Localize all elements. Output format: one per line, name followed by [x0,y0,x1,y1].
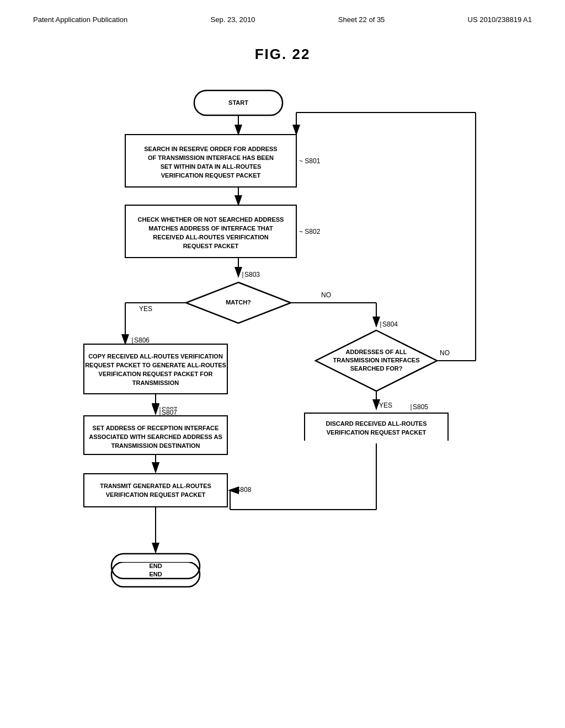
no-label-s804: NO [440,349,450,357]
s806-tick-label: ∣S806 [131,336,150,344]
s804-line2: TRANSMISSION INTERFACES [333,357,419,363]
s801-line1: SEARCH IN RESERVE ORDER FOR ADDRESS [144,146,277,152]
flowchart-container: START SEARCH IN RESERVE ORDER FOR ADDRES… [67,79,498,686]
s801-line2: OF TRANSMISSION INTERFACE HAS BEEN [148,154,274,161]
header-publication: Patent Application Publication [33,15,127,24]
s803-label: ∣S803 [241,271,260,279]
end-label: END [149,571,162,577]
yes-label-s803: YES [139,305,152,313]
no-label-s803: NO [321,291,331,299]
s805-label: ∣S805 [409,403,428,411]
s808-line2b: VERIFICATION REQUEST PACKET [106,491,206,498]
s804-line1: ADDRESSES OF ALL [346,349,407,355]
s803-text: MATCH? [226,299,251,306]
s801-line3: SET WITHIN DATA IN ALL-ROUTES [161,163,262,170]
s804-label: ∣S804 [379,320,398,328]
s808-label-b: ~ S808 [230,486,252,494]
s801-line4: VERIFICATION REQUEST PACKET [161,172,261,179]
svg-rect-32 [67,441,498,562]
s807-line2b: ASSOCIATED WITH SEARCHED ADDRESS AS [89,433,222,440]
start-label: START [228,99,248,106]
yes-label-s804: YES [379,402,392,409]
s806-line4: TRANSMISSION [132,379,179,386]
diagram-area: FIG. 22 START SEARCH IN RESERVE ORDER FO… [0,24,565,686]
svg-rect-19 [84,344,227,394]
header-patent-number: US 2010/238819 A1 [468,15,532,24]
header: Patent Application Publication Sep. 23, … [0,0,565,24]
s805-line2: VERIFICATION REQUEST PACKET [327,429,427,436]
s806-line1: COPY RECEIVED ALL-ROUTES VERIFICATION [88,353,223,360]
s802-line2: MATCHES ADDRESS OF INTERFACE THAT [148,225,273,232]
header-date: Sep. 23, 2010 [211,15,255,24]
s801-label: ~ S801 [299,157,321,165]
s806-line2: REQUEST PACKET TO GENERATE ALL-ROUTES [85,362,226,368]
end-label-b: END [149,563,162,569]
s804-line3: SEARCHED FOR? [350,365,403,372]
svg-rect-18 [305,413,448,443]
s802-line3: RECEIVED ALL-ROUTES VERIFICATION [153,234,269,240]
s807-label-b: ∣S807 [158,409,177,416]
s805-line1: DISCARD RECEIVED ALL-ROUTES [326,420,427,427]
s807-line1b: SET ADDRESS OF RECEPTION INTERFACE [93,425,219,431]
s806-line3: VERIFICATION REQUEST PACKET FOR [99,371,213,377]
page: Patent Application Publication Sep. 23, … [0,0,565,728]
s808-line1b: TRANSMIT GENERATED ALL-ROUTES [100,483,211,489]
s802-line4: REQUEST PACKET [183,243,239,249]
header-sheet: Sheet 22 of 35 [338,15,385,24]
s807-line3b: TRANSMISSION DESTINATION [111,442,200,449]
flowchart-svg: START SEARCH IN RESERVE ORDER FOR ADDRES… [67,79,498,686]
s802-line1: CHECK WHETHER OR NOT SEARCHED ADDRESS [138,216,284,223]
s802-label: ~ S802 [299,228,321,235]
figure-title: FIG. 22 [255,46,311,63]
